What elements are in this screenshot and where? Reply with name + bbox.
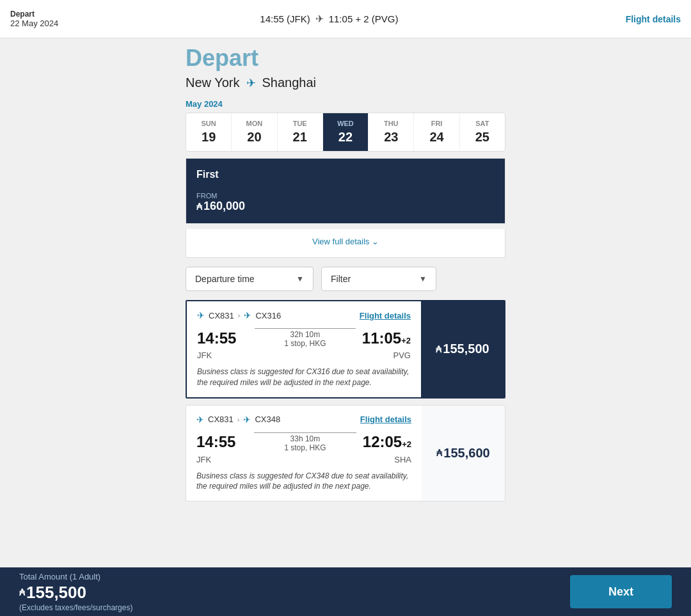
flight-card-header-1: ✈ CX831 › ✈ CX348 Flight details (196, 415, 411, 425)
flight-code-2-0: CX316 (255, 311, 281, 320)
airline-plane-icon2-0: ✈ (244, 310, 251, 320)
flight-details-link-1[interactable]: Flight details (360, 415, 411, 424)
departure-time-label: Departure time (195, 274, 255, 284)
calendar-day-23[interactable]: THU 23 (369, 113, 414, 151)
airline-plane-icon-1: ✈ (196, 415, 204, 425)
origin-city: New York (186, 75, 240, 90)
flight-card-1[interactable]: ✈ CX831 › ✈ CX348 Flight details 14:55 3… (186, 405, 505, 502)
flight-depart-time-1: 14:55 (196, 433, 248, 451)
flight-duration-col-0: 32h 10m 1 stop, HKG (248, 328, 362, 348)
top-bar-flight-details-link[interactable]: Flight details (626, 14, 681, 24)
depart-airport-1: JFK (196, 455, 211, 464)
footer-price: ₳155,500 (19, 583, 132, 603)
filter-label: Filter (331, 274, 351, 284)
flight-times-row-0: 14:55 32h 10m 1 stop, HKG 11:05+2 (197, 328, 411, 348)
chevron-down-icon: ⌄ (372, 237, 379, 246)
flight-card-header-0: ✈ CX831 › ✈ CX316 Flight details (197, 310, 411, 320)
flight-price-1: ₳155,600 (436, 446, 489, 461)
flight-code-1-0: CX831 (209, 311, 234, 320)
calendar-day-24[interactable]: FRI 24 (414, 113, 459, 151)
flight-card-right-1[interactable]: ₳155,600 (422, 406, 505, 501)
calendar-day-20[interactable]: MON 20 (232, 113, 277, 151)
footer-miles-symbol: ₳ (19, 587, 25, 597)
flight-arrive-time-0: 11:05+2 (362, 329, 411, 347)
bottom-footer: Total Amount (1 Adult) ₳155,500 (Exclude… (0, 567, 691, 616)
flight-arrive-days-1: +2 (402, 439, 411, 449)
calendar-section: May 2024 SUN 19 MON 20 TUE 21 WED 22 THU… (186, 99, 505, 152)
flight-arrow-icon-1: › (237, 416, 240, 423)
flight-arrive-block-1: 12:05+2 (363, 433, 411, 451)
depart-heading: Depart (186, 45, 505, 72)
chevron-down-icon: ▼ (296, 274, 304, 283)
top-flight-bar: Depart 22 May 2024 14:55 (JFK) ✈ 11:05 +… (0, 0, 691, 38)
calendar-month-label: May 2024 (186, 99, 505, 109)
footer-tax-note: (Excludes taxes/fees/surcharges) (19, 603, 132, 612)
flight-details-link-0[interactable]: Flight details (360, 311, 411, 320)
view-full-details-label: View full details (312, 237, 369, 246)
top-bar-depart-time: 14:55 (JFK) (260, 13, 310, 24)
flight-times-row-1: 14:55 33h 10m 1 stop, HKG 12:05+2 (196, 432, 411, 452)
filter-dropdown[interactable]: Filter ▼ (321, 267, 436, 291)
first-class-card[interactable]: First FROM ₳160,000 (186, 159, 505, 223)
flight-airport-row-0: JFK PVG (197, 351, 411, 360)
flight-card-left-1: ✈ CX831 › ✈ CX348 Flight details 14:55 3… (186, 406, 422, 501)
miles-icon: ₳ (196, 201, 202, 212)
destination-city: Shanghai (262, 75, 317, 90)
calendar-day-name: TUE (293, 120, 307, 127)
footer-total-section: Total Amount (1 Adult) ₳155,500 (Exclude… (19, 572, 132, 612)
plane-icon: ✈ (315, 13, 324, 25)
route-row: New York ✈ Shanghai (186, 75, 505, 90)
top-bar-depart-label: Depart (10, 10, 58, 19)
flight-airport-row-1: JFK SHA (196, 455, 411, 464)
flight-miles-symbol-0: ₳ (436, 344, 441, 354)
flight-duration-text-1: 33h 10m (290, 434, 321, 443)
flight-note-1: Business class is suggested for CX348 du… (196, 471, 411, 493)
flight-arrive-time-1: 12:05+2 (363, 433, 411, 450)
flight-arrive-block-0: 11:05+2 (362, 329, 411, 347)
calendar-day-21[interactable]: TUE 21 (278, 113, 323, 151)
flight-code-2-1: CX348 (255, 415, 280, 424)
calendar-day-25[interactable]: SAT 25 (460, 113, 505, 151)
class-card-row: First FROM ₳160,000 (186, 158, 505, 224)
top-bar-depart-info: Depart 22 May 2024 (10, 10, 58, 28)
class-card-price-value: 160,000 (203, 200, 245, 213)
flight-duration-line-0 (255, 328, 356, 329)
class-card-from-label: FROM (196, 192, 495, 200)
calendar-day-num: 21 (293, 130, 307, 145)
flight-note-0: Business class is suggested for CX316 du… (197, 367, 411, 388)
view-full-details-link[interactable]: View full details ⌄ (312, 237, 379, 246)
top-bar-depart-date: 22 May 2024 (10, 19, 58, 28)
calendar-day-num: 19 (202, 130, 216, 145)
flight-card-right-0[interactable]: ₳155,500 (421, 301, 504, 397)
calendar-day-num: 25 (475, 130, 489, 145)
calendar-day-name: FRI (431, 120, 443, 127)
arrive-airport-0: PVG (393, 351, 411, 360)
calendar-day-22[interactable]: WED 22 (323, 113, 369, 151)
flight-card-left-0: ✈ CX831 › ✈ CX316 Flight details 14:55 3… (187, 301, 421, 397)
calendar-day-num: 24 (429, 130, 443, 145)
flight-arrow-icon-0: › (238, 312, 241, 319)
calendar-day-name: THU (384, 120, 399, 127)
flight-code-1-1: CX831 (208, 415, 234, 424)
flight-duration-col-1: 33h 10m 1 stop, HKG (248, 432, 363, 452)
footer-total-price: 155,500 (26, 583, 86, 603)
view-full-details-bar[interactable]: View full details ⌄ (186, 229, 505, 258)
flight-depart-time-0: 14:55 (197, 329, 248, 347)
route-plane-icon: ✈ (246, 76, 256, 90)
calendar-days-row: SUN 19 MON 20 TUE 21 WED 22 THU 23 FRI 2… (186, 113, 505, 152)
flight-stop-text-0: 1 stop, HKG (284, 339, 326, 348)
footer-total-label: Total Amount (1 Adult) (19, 572, 132, 581)
flight-price-value-0: 155,500 (443, 342, 489, 356)
calendar-day-19[interactable]: SUN 19 (186, 113, 232, 151)
class-card-name: First (196, 169, 495, 180)
depart-airport-0: JFK (197, 351, 212, 360)
flight-miles-symbol-1: ₳ (436, 448, 442, 458)
calendar-day-name: SAT (475, 120, 489, 127)
calendar-day-name: MON (246, 120, 263, 127)
chevron-down-icon-2: ▼ (419, 274, 427, 283)
flight-card-0[interactable]: ✈ CX831 › ✈ CX316 Flight details 14:55 3… (186, 300, 505, 399)
top-bar-flight-info: 14:55 (JFK) ✈ 11:05 + 2 (PVG) (260, 13, 398, 25)
next-button[interactable]: Next (570, 575, 672, 608)
departure-time-dropdown[interactable]: Departure time ▼ (186, 267, 314, 291)
flight-stop-text-1: 1 stop, HKG (284, 443, 326, 452)
